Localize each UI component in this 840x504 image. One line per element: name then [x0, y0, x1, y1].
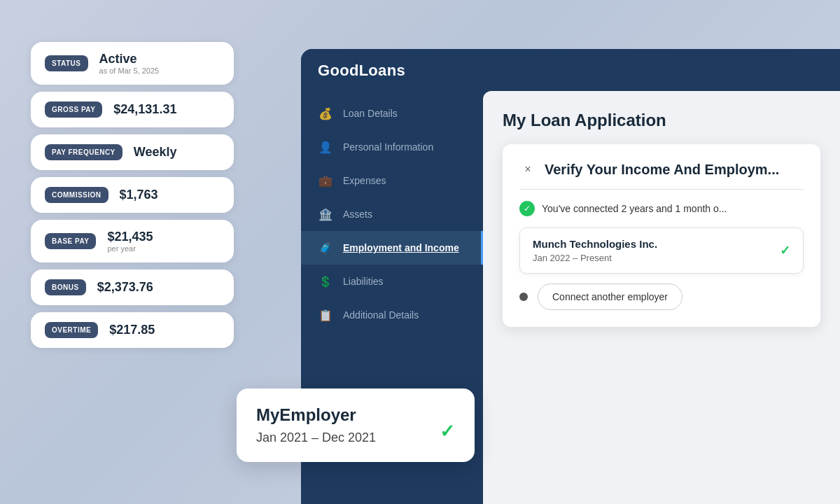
- nav-item-loan-details[interactable]: 💰Loan Details: [301, 97, 483, 130]
- app-header: GoodLoans: [301, 49, 840, 92]
- nav-label-5: Liabilities: [343, 276, 384, 287]
- employer1-check-icon: ✓: [780, 243, 790, 258]
- nav-label-1: Personal Information: [343, 141, 433, 153]
- nav-item-personal-information[interactable]: 👤Personal Information: [301, 130, 483, 164]
- nav-icon-6: 📋: [318, 307, 333, 323]
- connected-message: ✓ You've connected 2 years and 1 month o…: [519, 201, 804, 216]
- value-6: $217.85: [109, 323, 155, 337]
- nav-icon-0: 💰: [318, 106, 333, 121]
- info-card-commission: COMMISSION$1,763: [31, 177, 234, 213]
- page-title: My Loan Application: [503, 111, 820, 130]
- value-0: Active: [99, 52, 160, 66]
- nav-item-liabilities[interactable]: 💲Liabilities: [301, 265, 483, 298]
- badge-0: STATUS: [45, 55, 88, 71]
- nav-label-4: Employment and Income: [343, 242, 459, 253]
- info-card-base-pay: BASE PAY$21,435per year: [31, 220, 234, 262]
- info-card-gross-pay: GROSS PAY$24,131.31: [31, 92, 234, 127]
- connect-another-employer-button[interactable]: Connect another employer: [538, 284, 682, 310]
- left-panel: STATUSActiveas of Mar 5, 2025GROSS PAY$2…: [31, 42, 234, 348]
- value-3: $1,763: [120, 188, 158, 202]
- badge-2: PAY FREQUENCY: [45, 144, 122, 160]
- nav-item-additional-details[interactable]: 📋Additional Details: [301, 298, 483, 332]
- badge-5: BONUS: [45, 279, 86, 295]
- value-2: Weekly: [134, 145, 177, 160]
- nav-label-0: Loan Details: [343, 108, 398, 119]
- employer1-name: Munch Technologies Inc.: [533, 238, 657, 250]
- verify-title: Verify Your Income And Employm...: [545, 162, 779, 178]
- value-1: $24,131.31: [113, 102, 176, 117]
- nav-icon-2: 💼: [318, 173, 333, 188]
- badge-4: BASE PAY: [45, 233, 96, 249]
- nav-label-3: Assets: [343, 209, 372, 220]
- info-card-status: STATUSActiveas of Mar 5, 2025: [31, 42, 234, 85]
- value-5: $2,373.76: [97, 280, 153, 295]
- value-4: $21,435: [107, 230, 153, 244]
- nav-item-expenses[interactable]: 💼Expenses: [301, 164, 483, 197]
- nav-icon-3: 🏦: [318, 206, 333, 222]
- nav-item-assets[interactable]: 🏦Assets: [301, 197, 483, 231]
- connect-row: Connect another employer: [519, 284, 804, 310]
- verify-panel: × Verify Your Income And Employm... ✓ Yo…: [503, 144, 820, 327]
- info-card-bonus: BONUS$2,373.76: [31, 270, 234, 305]
- floating-employer-card: MyEmployer Jan 2021 – Dec 2021 ✓: [237, 388, 475, 462]
- main-content: My Loan Application × Verify Your Income…: [483, 91, 840, 504]
- nav-label-2: Expenses: [343, 175, 386, 186]
- info-card-pay-frequency: PAY FREQUENCYWeekly: [31, 134, 234, 170]
- badge-6: OVERTIME: [45, 322, 98, 338]
- sub-value-4: per year: [107, 244, 153, 253]
- info-card-overtime: OVERTIME$217.85: [31, 312, 234, 348]
- connector-dot: [519, 293, 528, 301]
- nav-label-6: Additional Details: [343, 309, 419, 321]
- close-button[interactable]: ×: [519, 161, 536, 178]
- floating-employer-name: MyEmployer: [256, 405, 455, 425]
- nav-icon-1: 👤: [318, 139, 333, 155]
- nav-icon-5: 💲: [318, 274, 333, 289]
- verify-header: × Verify Your Income And Employm...: [519, 161, 804, 190]
- employer-card-1: Munch Technologies Inc. Jan 2022 – Prese…: [519, 227, 804, 274]
- badge-1: GROSS PAY: [45, 102, 102, 118]
- nav-icon-4: 🧳: [318, 240, 333, 255]
- sub-value-0: as of Mar 5, 2025: [99, 66, 160, 75]
- floating-check-icon: ✓: [440, 421, 455, 442]
- app-title: GoodLoans: [318, 62, 405, 79]
- floating-employer-dates: Jan 2021 – Dec 2021: [256, 430, 455, 445]
- check-icon: ✓: [519, 201, 535, 216]
- employer1-dates: Jan 2022 – Present: [533, 253, 657, 263]
- nav-item-employment-and-income[interactable]: 🧳Employment and Income: [301, 231, 483, 265]
- badge-3: COMMISSION: [45, 187, 108, 203]
